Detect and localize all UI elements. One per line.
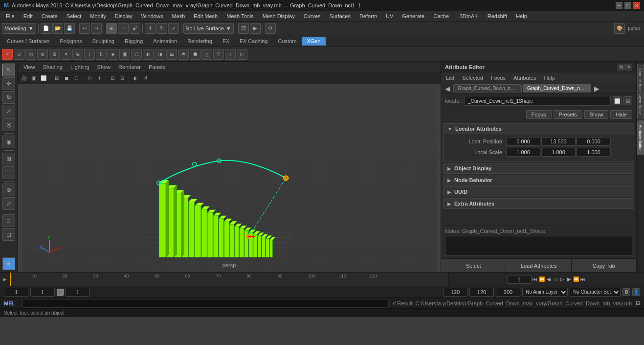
xgen-tool20[interactable]: ▷ [237,49,247,60]
menu-file[interactable]: File [2,12,19,20]
view-menu[interactable]: View [22,64,37,70]
attr-float-button[interactable]: ⧉ [618,64,624,70]
tab-fx[interactable]: FX [218,37,234,46]
menu-redshift[interactable]: Redshift [484,12,511,20]
uuid-section[interactable]: ▶ UUID [443,186,634,197]
xgen-tool7[interactable]: ↕ [84,49,95,60]
attr-help-menu[interactable]: Help [541,74,558,82]
channel-box-edge-tab[interactable]: Channel Box / Layer Editor [637,64,644,119]
attribute-editor-edge-tab[interactable]: Attribute Editor [637,120,644,155]
playback-extra-btn[interactable]: 👤 [632,288,640,296]
timeline-play-back-btn[interactable]: ◁ [552,276,559,283]
command-history-icon[interactable]: ⊟ [636,300,640,306]
show-button[interactable]: Show [584,110,609,119]
timeline-playhead[interactable] [10,273,11,286]
notes-textarea[interactable] [445,236,632,255]
playback-range-end[interactable] [443,288,467,297]
playback-max-frame[interactable] [469,288,494,297]
xgen-tool10[interactable]: ▣ [119,49,130,60]
xgen-tool8[interactable]: ⇅ [96,49,107,60]
playback-frame-display[interactable] [66,288,90,297]
tab-sculpting[interactable]: Sculpting [88,37,119,46]
local-scale-x[interactable] [506,148,540,157]
tab-xgen[interactable]: XGen [302,37,325,46]
xgen-tool9[interactable]: ◈ [108,49,118,60]
xgen-tool15[interactable]: ◓ [178,49,189,60]
attr-tab-next[interactable]: ▶ [592,85,601,92]
scale-tool-button[interactable]: ⤢ [168,23,179,34]
select-tool-button[interactable]: ◈ [106,23,117,34]
local-position-y[interactable] [541,137,576,146]
paint-select-button[interactable]: 🖌 [130,23,140,34]
local-position-x[interactable] [506,137,540,146]
attr-selected-menu[interactable]: Selected [459,74,486,82]
playback-start-field[interactable] [4,288,28,297]
loop-btn[interactable]: ↺ [141,74,150,83]
xray-btn[interactable]: ◎ [85,74,94,83]
local-scale-z[interactable] [577,148,611,157]
display-settings-button[interactable]: ⚙ [265,23,276,34]
tab-fx-caching[interactable]: FX Caching [235,37,272,46]
save-file-button[interactable]: 💾 [64,23,75,34]
viewport-canvas[interactable]: Y X Z persp [18,84,441,272]
display-toggle-button[interactable]: □ [2,214,15,227]
tab-custom[interactable]: Custom [273,37,302,46]
close-button[interactable]: ✕ [633,2,640,9]
xgen-tool19[interactable]: ◁ [225,49,236,60]
color-mgmt-button[interactable]: 🎨 [614,23,625,34]
timeline-end-btn[interactable]: ⏭ [579,276,586,283]
xgen-toggle-button[interactable]: ✕ [2,49,13,60]
lasso-select-button[interactable]: ◻ [118,23,129,34]
xgen-special-button[interactable]: ★ [2,257,15,270]
menu-deform[interactable]: Deform [355,12,381,20]
menu-mesh-display[interactable]: Mesh Display [259,12,299,20]
timeline-prev-key-btn[interactable]: ⏪ [538,276,545,283]
attr-close-button[interactable]: ✕ [625,64,632,70]
rotate-tool-side-button[interactable]: ↻ [2,91,15,104]
menu-mesh[interactable]: Mesh [168,12,189,20]
focus-button[interactable]: Focus [526,110,552,119]
viewport-panel[interactable]: View Shading Lighting Show Renderer Pane… [18,62,441,272]
anim-layer-dropdown[interactable]: No Anim Layer [522,288,568,297]
menu-3dtoall[interactable]: -3DtoAll- [454,12,483,20]
xgen-tool16[interactable]: ⬢ [190,49,200,60]
smooth-shade-btn[interactable]: ◼ [62,74,71,83]
xgen-tool18[interactable]: ▽ [213,49,224,60]
local-scale-y[interactable] [541,148,576,157]
wireframe-shade-btn[interactable]: ⬡ [72,74,81,83]
tab-animation[interactable]: Animation [148,37,182,46]
menu-generate[interactable]: Generate [398,12,428,20]
menu-edit[interactable]: Edit [20,12,37,20]
timeline-play-forward-btn[interactable]: ▷ [559,276,566,283]
tab-rigging[interactable]: Rigging [120,37,148,46]
universal-manip-button[interactable]: ◎ [2,118,15,131]
timeline-bar[interactable]: ▶ 1 10 20 30 40 50 60 70 80 90 100 110 1… [0,272,644,286]
timeline-next-key-btn[interactable]: ⏩ [573,276,579,283]
command-input[interactable] [22,299,389,308]
attr-locator-btn1[interactable]: ⬜ [613,96,622,105]
xgen-tool6[interactable]: ⊛ [72,49,83,60]
resolution-btn[interactable]: ⬜ [39,74,48,83]
timeline-next-frame-btn[interactable]: ▶ [566,276,573,283]
isolate-select-button[interactable]: ◻ [2,228,15,241]
ipr-render-button[interactable]: ▶ [250,23,261,34]
attr-locator-btn2[interactable]: ⊞ [623,96,632,105]
scale-tool-side-button[interactable]: ⤢ [2,105,15,117]
playback-current-field[interactable] [30,288,55,297]
lighting-menu[interactable]: Lighting [68,64,91,70]
attr-tab-prev[interactable]: ◀ [443,85,452,92]
xgen-tool13[interactable]: ◑ [155,49,165,60]
select-footer-button[interactable]: Select [441,259,506,272]
attr-list-menu[interactable]: List [443,74,457,82]
move-tool-button[interactable]: ✛ [145,23,155,34]
renderer-menu[interactable]: Renderer [116,64,143,70]
xgen-tool1[interactable]: ⊙ [14,49,24,60]
xgen-tool17[interactable]: △ [201,49,212,60]
presets-button[interactable]: Presets [554,110,582,119]
hide-button[interactable]: Hide [610,110,632,119]
locator-attributes-header[interactable]: ▼ Locator Attributes [443,123,634,134]
playback-settings-btn[interactable]: ⚙ [622,288,630,296]
menu-uv[interactable]: UV [382,12,397,20]
isolate-btn[interactable]: ◐ [131,74,140,83]
timeline-collapse-btn[interactable]: ▶ [0,276,10,282]
